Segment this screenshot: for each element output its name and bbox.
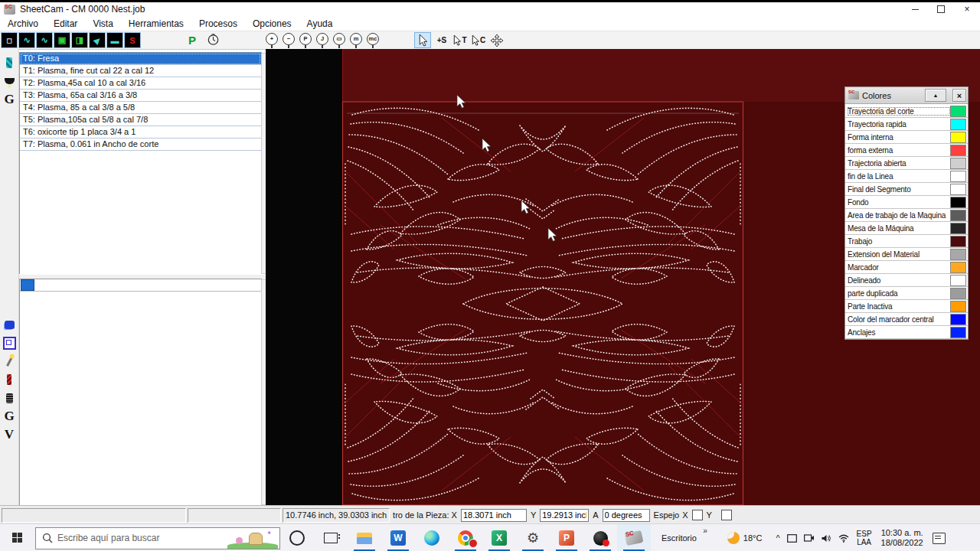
select-tool-button[interactable] xyxy=(414,32,431,48)
color-swatch[interactable] xyxy=(950,106,966,117)
piece-y-input[interactable] xyxy=(540,509,589,522)
post-icon[interactable]: ▶ xyxy=(89,32,106,48)
plate-icon[interactable]: ▬ xyxy=(106,32,123,48)
weather-widget[interactable]: 18°C xyxy=(727,532,763,544)
speaker-icon[interactable] xyxy=(822,534,831,543)
pan-tool-button[interactable] xyxy=(489,33,505,47)
tool-row[interactable]: T7: Plasma, 0.061 in Ancho de corte xyxy=(20,139,261,151)
language-indicator[interactable]: ESP LAA xyxy=(857,530,872,546)
menu-herramientas[interactable]: Herramientas xyxy=(121,18,191,29)
zoom-part-icon[interactable]: P xyxy=(299,33,312,48)
excel-button[interactable]: X xyxy=(482,524,516,551)
color-row[interactable]: Parte Inactiva xyxy=(845,300,968,313)
color-swatch[interactable] xyxy=(950,184,966,195)
color-row[interactable]: fin de la Linea xyxy=(845,170,968,183)
view-icon[interactable]: V xyxy=(0,425,18,444)
tool-row[interactable]: T6: oxicorte tip 1 placa 3/4 a 1 xyxy=(20,126,261,139)
color-row[interactable]: Marcador xyxy=(845,261,968,274)
chrome-button[interactable] xyxy=(449,524,482,551)
task-view-button[interactable] xyxy=(314,524,348,551)
piece-angle-input[interactable] xyxy=(603,509,650,522)
powerpoint-button[interactable]: P xyxy=(550,524,583,551)
color-row[interactable]: Area de trabajo de la Maquina xyxy=(845,209,968,222)
desktop-toolbar[interactable]: Escritorio » xyxy=(662,533,707,543)
piece-x-input[interactable] xyxy=(461,509,527,522)
color-row[interactable]: Trajectoria abierta xyxy=(845,157,968,170)
color-swatch[interactable] xyxy=(950,197,966,208)
edit-path-icon[interactable]: ∿ xyxy=(36,32,53,48)
wifi-icon[interactable] xyxy=(838,534,849,543)
part-icon[interactable]: ◨ xyxy=(71,32,88,48)
zoom-job-icon[interactable]: J xyxy=(316,33,328,48)
color-swatch[interactable] xyxy=(950,210,966,221)
coil-icon[interactable] xyxy=(0,389,18,407)
colors-close-button[interactable]: × xyxy=(952,89,966,102)
part-blue-icon[interactable] xyxy=(0,315,18,334)
color-swatch[interactable] xyxy=(950,236,966,247)
wand-icon[interactable] xyxy=(0,352,18,370)
colors-panel-titlebar[interactable]: SC Colores ▲ × xyxy=(845,87,968,104)
tool-row[interactable]: T0: Fresa xyxy=(20,53,261,65)
run-post-button[interactable]: P xyxy=(188,34,196,47)
collapse-button[interactable]: ▲ xyxy=(925,89,946,102)
camera-icon[interactable] xyxy=(804,534,815,542)
taskbar-search[interactable]: Escribe aquí para buscar ✦ xyxy=(35,527,280,549)
color-swatch[interactable] xyxy=(950,223,966,234)
color-swatch[interactable] xyxy=(950,145,966,156)
zoom-mc-icon[interactable]: mc xyxy=(367,33,379,48)
red-drill-icon[interactable] xyxy=(0,370,18,389)
color-row[interactable]: Forma interna xyxy=(845,131,968,144)
color-swatch[interactable] xyxy=(950,132,966,143)
color-row[interactable]: Final del Segmento xyxy=(845,183,968,196)
notification-center-icon[interactable] xyxy=(933,533,946,544)
menu-archivo[interactable]: Archivo xyxy=(0,18,46,29)
menu-ayuda[interactable]: Ayuda xyxy=(299,18,341,29)
minimize-button[interactable] xyxy=(902,2,928,16)
settings-button[interactable]: ⚙ xyxy=(516,524,550,551)
job-options-icon[interactable]: ◻ xyxy=(1,32,18,48)
color-swatch[interactable] xyxy=(950,275,966,286)
zoom-machine-icon[interactable]: m xyxy=(350,33,362,48)
tool-row[interactable]: T5: Plasma,105a cal 5/8 a cal 7/8 xyxy=(20,114,261,126)
tool-row[interactable]: T1: Plasma, fine cut cal 22 a cal 12 xyxy=(20,65,261,77)
color-row[interactable]: parte duplicada xyxy=(845,287,968,300)
tablet-icon[interactable] xyxy=(787,534,797,543)
edge-button[interactable] xyxy=(415,524,449,551)
color-row[interactable]: Fondo xyxy=(845,196,968,209)
color-row[interactable]: Anclajes xyxy=(845,326,968,339)
zoom-in-icon[interactable]: + xyxy=(266,33,278,48)
color-swatch[interactable] xyxy=(950,119,966,130)
color-swatch[interactable] xyxy=(950,171,966,182)
color-swatch[interactable] xyxy=(950,314,966,325)
time-estimate-icon[interactable] xyxy=(207,33,220,47)
color-row[interactable]: forma externa xyxy=(845,144,968,157)
menu-opciones[interactable]: Opciones xyxy=(245,18,299,29)
mirror-y-checkbox[interactable] xyxy=(721,510,732,520)
color-row[interactable]: Trayectoria del corte xyxy=(845,105,968,118)
menu-vista[interactable]: Vista xyxy=(85,18,120,29)
file-explorer-button[interactable] xyxy=(348,524,381,551)
part-row[interactable] xyxy=(20,279,261,292)
color-swatch[interactable] xyxy=(950,158,966,169)
import-drawing-icon[interactable]: ∿ xyxy=(18,32,35,48)
close-button[interactable]: × xyxy=(954,2,980,16)
simulate-icon[interactable]: S xyxy=(124,32,141,48)
zoom-material-icon[interactable]: ▭ xyxy=(333,33,345,48)
start-button[interactable] xyxy=(0,524,35,551)
select-contour-tool-button[interactable]: C xyxy=(471,33,486,47)
color-swatch[interactable] xyxy=(950,249,966,260)
color-swatch[interactable] xyxy=(950,288,966,299)
sheetcam-taskbar-button[interactable]: SC xyxy=(617,524,651,551)
mirror-x-checkbox[interactable] xyxy=(692,510,703,520)
color-row[interactable]: Extension del Material xyxy=(845,248,968,261)
tool-drill-icon[interactable] xyxy=(0,54,18,72)
color-swatch[interactable] xyxy=(950,301,966,312)
select-path-tool-button[interactable]: T xyxy=(452,33,468,47)
snap-tool-button[interactable]: +S xyxy=(434,33,449,47)
menu-editar[interactable]: Editar xyxy=(46,18,85,29)
menu-procesos[interactable]: Procesos xyxy=(191,18,245,29)
restore-button[interactable] xyxy=(928,2,954,16)
tray-chevron-icon[interactable]: ^ xyxy=(776,533,779,543)
clock[interactable]: 10:30 a. m. 18/08/2022 xyxy=(881,528,923,548)
cortana-button[interactable] xyxy=(280,524,314,551)
